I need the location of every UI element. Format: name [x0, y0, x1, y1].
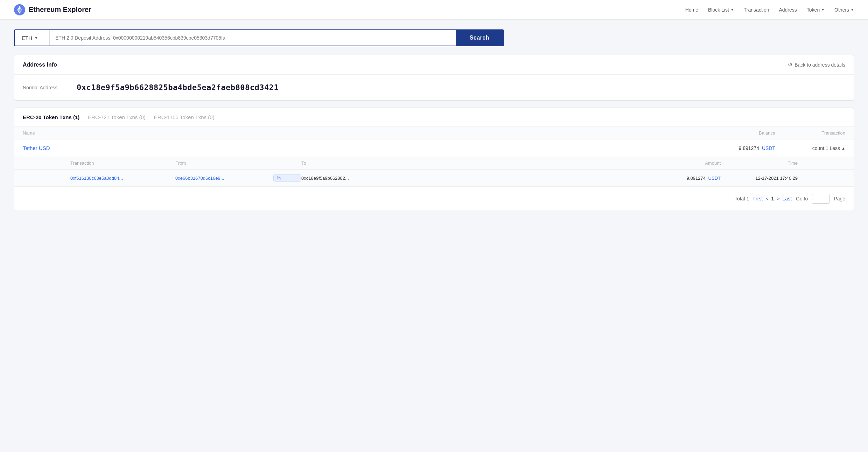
address-info-row: Normal Address 0xc18e9f5a9b6628825ba4bde…: [14, 75, 854, 100]
search-type-label: ETH: [22, 35, 32, 41]
sub-col-from-header: From: [175, 160, 273, 166]
pagination-first[interactable]: First: [753, 196, 763, 201]
address-value: 0xc18e9f5a9b6628825ba4bde5ea2faeb808cd34…: [77, 83, 279, 92]
nav-token[interactable]: Token ▼: [807, 7, 825, 13]
sub-col-txn-header: Transaction: [70, 160, 175, 166]
less-arrow-icon: ▲: [841, 146, 845, 150]
pagination-current: 1: [771, 196, 774, 201]
back-to-address-link[interactable]: ↺ Back to address details: [788, 61, 845, 68]
eth-logo-icon: [14, 4, 25, 15]
token-name-link[interactable]: Tether USD: [23, 145, 635, 151]
tab-erc721[interactable]: ERC-721 Token Txns (0): [88, 114, 146, 120]
pagination-last[interactable]: Last: [783, 196, 792, 201]
brand-name: Ethereum Explorer: [29, 6, 91, 14]
page-input[interactable]: [812, 194, 830, 204]
pagination-next[interactable]: >: [777, 196, 779, 201]
tab-erc20[interactable]: ERC-20 Token Txns (1): [23, 114, 79, 120]
pagination-total: Total 1: [735, 196, 749, 201]
nav-transaction[interactable]: Transaction: [744, 7, 769, 13]
token-arrow-icon: ▼: [821, 8, 825, 12]
sub-amount-value: 9.891274: [687, 176, 706, 181]
go-to-label: Go to: [796, 196, 808, 201]
token-txns-card: ERC-20 Token Txns (1) ERC-721 Token Txns…: [14, 108, 854, 211]
nav-address[interactable]: Address: [779, 7, 797, 13]
nav-home[interactable]: Home: [685, 7, 698, 13]
pagination-row: Total 1 First < 1 > Last Go to Page: [14, 187, 854, 211]
brand: Ethereum Explorer: [14, 4, 91, 15]
nav-others[interactable]: Others ▼: [834, 7, 854, 13]
nav-block-list[interactable]: Block List ▼: [708, 7, 734, 13]
sub-col-dir-header: [273, 160, 301, 166]
sub-txn-hash-link[interactable]: 0xf516138c63e5a0dd84...: [70, 176, 175, 181]
pagination-nav: First < 1 > Last: [753, 196, 792, 201]
search-section: ETH ▼ Search: [0, 20, 868, 55]
sub-amount-symbol: USDT: [708, 176, 721, 181]
sub-col-amount-header: Amount: [651, 160, 721, 166]
nav-links: Home Block List ▼ Transaction Address To…: [685, 7, 854, 13]
sub-table-row: 0xf516138c63e5a0dd84... 0xe66b31678d6c16…: [14, 170, 854, 186]
col-name-header: Name: [23, 130, 635, 136]
address-info-title: Address Info: [23, 62, 57, 68]
pagination-prev[interactable]: <: [765, 196, 768, 201]
address-info-header: Address Info ↺ Back to address details: [14, 55, 854, 75]
sub-col-time-header: Time: [721, 160, 798, 166]
page-label: Page: [834, 196, 845, 201]
address-info-card: Address Info ↺ Back to address details N…: [14, 55, 854, 101]
sub-to-address: 0xc18e9f5a9b662882...: [301, 176, 651, 181]
back-arrow-icon: ↺: [788, 61, 792, 68]
balance-amount: 9.891274: [739, 145, 759, 151]
token-tabs-row: ERC-20 Token Txns (1) ERC-721 Token Txns…: [14, 108, 854, 127]
search-button[interactable]: Search: [456, 30, 503, 46]
navbar: Ethereum Explorer Home Block List ▼ Tran…: [0, 0, 868, 20]
balance-symbol: USDT: [762, 145, 775, 151]
token-table-header: Name Balance Transaction: [14, 127, 854, 139]
col-balance-header: Balance: [635, 130, 775, 136]
tab-erc1155[interactable]: ERC-1155 Token Txns (0): [154, 114, 215, 120]
block-list-arrow-icon: ▼: [730, 8, 734, 12]
txn-count-label: count:1 Less: [812, 145, 840, 151]
sub-col-to-header: To: [301, 160, 651, 166]
address-type-label: Normal Address: [23, 85, 68, 90]
search-type-dropdown[interactable]: ETH ▼: [15, 30, 50, 46]
txn-count-cell: count:1 Less ▲: [775, 145, 845, 151]
back-link-label: Back to address details: [794, 62, 845, 68]
col-transaction-header: Transaction: [775, 130, 845, 136]
others-arrow-icon: ▼: [850, 8, 854, 12]
direction-badge: IN: [273, 174, 301, 182]
search-input[interactable]: [50, 30, 456, 46]
table-row: Tether USD 9.891274 USDT count:1 Less ▲: [14, 139, 854, 157]
sub-from-link[interactable]: 0xe66b31678d6c16e9...: [175, 176, 273, 181]
search-type-arrow-icon: ▼: [34, 36, 38, 40]
token-balance-cell: 9.891274 USDT: [635, 145, 775, 151]
search-bar: ETH ▼ Search: [14, 29, 504, 46]
sub-table: Transaction From To Amount Time 0xf51613…: [14, 157, 854, 187]
sub-table-header: Transaction From To Amount Time: [14, 157, 854, 170]
sub-amount-cell: 9.891274 USDT: [651, 176, 721, 181]
sub-time-cell: 12-17-2021 17:46:29: [721, 176, 798, 181]
